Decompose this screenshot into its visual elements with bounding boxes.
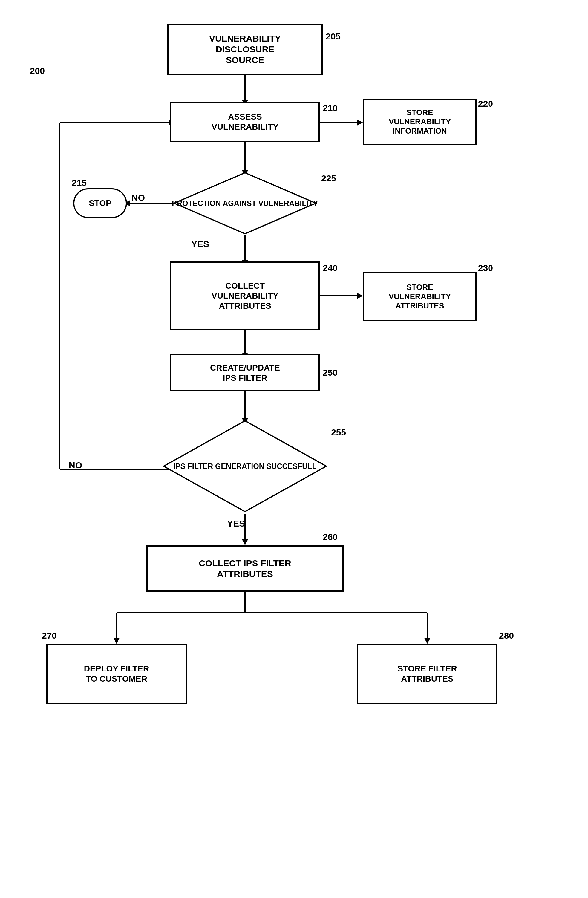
create-update-ips-node: CREATE/UPDATE IPS FILTER bbox=[170, 354, 320, 392]
store-filter-attrs-node: STORE FILTER ATTRIBUTES bbox=[357, 644, 497, 704]
svg-marker-3 bbox=[357, 120, 363, 126]
diagram-container: 200 VULNERABILITY DISCLOSURE SOURCE 205 … bbox=[0, 0, 588, 898]
collect-vulnerability-label: COLLECT VULNERABILITY ATTRIBUTES bbox=[212, 281, 278, 311]
label-240: 240 bbox=[323, 263, 338, 273]
vulnerability-disclosure-node: VULNERABILITY DISCLOSURE SOURCE bbox=[167, 24, 323, 75]
no-label-ips: NO bbox=[69, 460, 82, 471]
assess-vulnerability-label: ASSESS VULNERABILITY bbox=[212, 112, 278, 132]
assess-vulnerability-node: ASSESS VULNERABILITY bbox=[170, 101, 320, 142]
deploy-filter-node: DEPLOY FILTER TO CUSTOMER bbox=[46, 644, 187, 704]
vulnerability-disclosure-label: VULNERABILITY DISCLOSURE SOURCE bbox=[209, 33, 281, 65]
label-215: 215 bbox=[72, 178, 87, 188]
stop-node: STOP bbox=[73, 188, 127, 218]
label-260: 260 bbox=[323, 532, 338, 542]
svg-marker-28 bbox=[424, 638, 430, 644]
svg-marker-11 bbox=[357, 293, 363, 299]
store-vulnerability-info-node: STORE VULNERABILITY INFORMATION bbox=[363, 98, 477, 145]
ips-filter-generation-label: IPS FILTER GENERATION SUCCESFULL bbox=[173, 461, 317, 471]
deploy-filter-label: DEPLOY FILTER TO CUSTOMER bbox=[84, 664, 149, 684]
svg-marker-21 bbox=[242, 540, 248, 545]
store-vulnerability-attrs-node: STORE VULNERABILITY ATTRIBUTES bbox=[363, 272, 477, 321]
yes-label-protection: YES bbox=[191, 239, 209, 249]
store-vulnerability-info-label: STORE VULNERABILITY INFORMATION bbox=[389, 108, 451, 136]
label-230: 230 bbox=[478, 263, 493, 273]
label-250: 250 bbox=[323, 368, 338, 378]
label-255: 255 bbox=[331, 427, 346, 438]
figure-number-label: 200 bbox=[30, 66, 45, 76]
label-270: 270 bbox=[42, 630, 57, 641]
create-update-ips-label: CREATE/UPDATE IPS FILTER bbox=[210, 363, 280, 383]
collect-vulnerability-node: COLLECT VULNERABILITY ATTRIBUTES bbox=[170, 261, 320, 330]
label-225: 225 bbox=[321, 173, 336, 183]
label-220: 220 bbox=[478, 98, 493, 109]
label-210: 210 bbox=[323, 103, 338, 113]
label-205: 205 bbox=[325, 31, 341, 42]
collect-ips-filter-label: COLLECT IPS FILTER ATTRIBUTES bbox=[199, 558, 291, 580]
yes-label-ips: YES bbox=[227, 518, 245, 529]
stop-label: STOP bbox=[89, 198, 111, 208]
svg-marker-25 bbox=[114, 638, 120, 644]
label-280: 280 bbox=[499, 630, 514, 641]
store-filter-attrs-label: STORE FILTER ATTRIBUTES bbox=[398, 664, 457, 684]
protection-vulnerability-label: PROTECTION AGAINST VULNERABILITY bbox=[172, 198, 318, 208]
no-label-protection: NO bbox=[132, 193, 145, 203]
ips-filter-generation-node: IPS FILTER GENERATION SUCCESFULL bbox=[161, 418, 329, 514]
collect-ips-filter-node: COLLECT IPS FILTER ATTRIBUTES bbox=[146, 545, 344, 592]
store-vulnerability-attrs-label: STORE VULNERABILITY ATTRIBUTES bbox=[389, 283, 451, 311]
protection-vulnerability-node: PROTECTION AGAINST VULNERABILITY bbox=[172, 170, 318, 236]
